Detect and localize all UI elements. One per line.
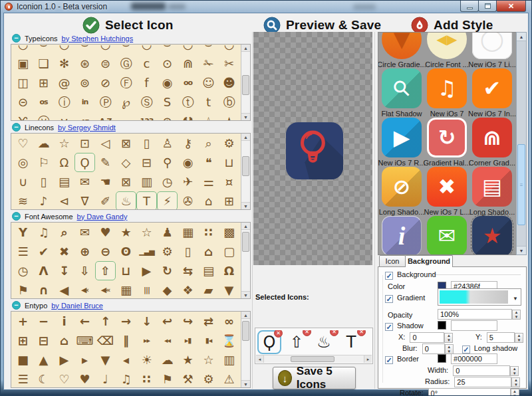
style-scrollbar[interactable]: ▲ ≡ ▼ [516,32,527,255]
icon-cell[interactable]: ≋ [13,191,33,210]
style-item[interactable]: ▼Circle Gradie... [379,32,424,68]
icon-cell[interactable]: t [198,92,219,112]
style-item[interactable]: ★ [469,216,515,255]
icon-cell[interactable]: ⓘ [54,92,74,112]
style-thumbnail[interactable]: ♫ [427,68,467,108]
style-thumbnail[interactable]: ★ [472,216,512,255]
style-thumbnail[interactable]: ↻ [427,118,467,157]
icon-set-author-link[interactable]: by Stephen Hutchings [62,35,134,43]
icon-cell[interactable]: − [33,312,54,331]
icon-cell[interactable]: ▩ [219,223,239,242]
icon-cell[interactable]: Ⓕ [116,73,136,92]
icon-cell[interactable]: ⚌ [198,172,219,191]
icon-cell[interactable]: ⊘ [95,73,116,92]
shadow-y-spinner[interactable]: ▲▼ [515,333,523,343]
remove-icon-button[interactable]: ✕ [330,330,338,336]
icon-cell[interactable]: ☁ [157,350,178,369]
icon-cell[interactable]: ☆ [54,134,74,153]
icon-cell[interactable]: ⇩ [74,261,95,280]
style-thumbnail[interactable]: ◯ [472,32,512,59]
icon-cell[interactable]: ♥ [74,369,95,388]
icon-cell[interactable]: ☀ [136,350,157,369]
icon-cell[interactable]: ⚒ [178,369,198,388]
icon-cell[interactable]: ∷ [198,223,219,242]
icon-cell[interactable]: ∷ [136,369,157,388]
icon-cell[interactable]: ⊕ [74,242,95,261]
icon-cell[interactable]: ⚑ [13,280,33,299]
icon-cell[interactable]: ⚡ [157,191,178,210]
scroll-down-arrow[interactable]: ▼ [241,113,250,120]
opacity-field[interactable]: 100% [438,309,512,320]
icon-cell[interactable]: ▦ [178,223,198,242]
icon-cell[interactable]: ▣ [13,54,33,73]
style-item[interactable]: ✉ [424,216,469,255]
style-item[interactable]: ⋒Corner Grad... [469,118,515,167]
selected-icon[interactable]: Ϙ✕ [257,330,281,354]
icon-cell[interactable]: ▸▸ [136,331,157,350]
icon-cell[interactable]: T [136,191,157,210]
icon-cell[interactable]: ʘ [116,242,136,261]
scroll-up-arrow[interactable]: ▲ [241,45,250,52]
scroll-up-arrow[interactable]: ▲ [241,312,250,319]
icon-cell[interactable]: ♡ [54,369,74,388]
icon-cell[interactable]: ⌨ [74,331,95,350]
style-item[interactable]: ⚲Flat Shadow [379,68,424,118]
icon-cell[interactable]: ∞ [219,312,239,331]
style-thumbnail[interactable]: ✉ [427,216,467,255]
icon-cell[interactable]: ▤ [54,172,74,191]
icon-cell[interactable]: ▥ [219,350,239,369]
icon-cell[interactable]: ▦ [116,280,136,299]
grid-scrollbar[interactable]: ▲▼ [241,312,250,387]
icon-cell[interactable]: ◡ [54,44,74,54]
icon-cell[interactable]: ⊝ [13,92,33,112]
icon-cell[interactable]: S [157,92,178,112]
icon-cell[interactable]: ⊡ [74,134,95,153]
icon-cell[interactable]: ⚒ [178,112,198,121]
scroll-thumb[interactable] [242,232,249,252]
blur-spinner[interactable]: ▲▼ [445,344,454,354]
icon-cell[interactable]: Λ [33,261,54,280]
border-width-spinner[interactable]: ▲▼ [510,366,519,376]
icon-cell[interactable]: ▲ [33,350,54,369]
icon-cell[interactable]: ✂ [219,54,239,73]
icon-cell[interactable]: v [54,112,74,121]
icon-cell[interactable]: ★ [116,223,136,242]
icon-cell[interactable]: ⌣ [157,44,178,54]
icon-cell[interactable]: ◀‹ [74,280,95,299]
icon-cell[interactable]: ☁ [33,134,54,153]
icon-cell[interactable]: ■ [13,350,33,369]
icon-cell[interactable]: ⊞ [219,191,239,210]
icon-cell[interactable]: ⌣ [74,44,95,54]
scroll-thumb[interactable] [242,156,249,176]
icon-cell[interactable]: + [13,312,33,331]
style-item[interactable]: ▶New iOs 7 R... [379,118,424,167]
icon-cell[interactable]: A-Z [95,112,116,121]
icon-cell[interactable]: ⊙ [157,54,178,73]
icon-cell[interactable]: ☻ [219,73,239,92]
icon-cell[interactable]: @ [54,73,74,92]
icon-cell[interactable]: ◡ [13,44,33,54]
grid-scrollbar[interactable]: ▲▼ [241,45,250,120]
icon-cell[interactable]: ₁₂₃ [116,112,136,121]
icon-cell[interactable]: i [54,312,74,331]
icon-cell[interactable]: ◎ [13,153,33,172]
icon-cell[interactable]: ⚙ [198,369,219,388]
icon-cell[interactable]: ▥ [136,172,157,191]
icon-cell[interactable]: ♩ [95,369,116,388]
scroll-down-arrow[interactable]: ▼ [241,291,250,298]
scroll-right-arrow[interactable]: ▸ [364,355,372,363]
icon-cell[interactable]: ⚙ [219,134,239,153]
icon-cell[interactable]: ◫ [13,73,33,92]
icon-cell[interactable]: ▰ [198,280,219,299]
strip-scrollbar[interactable]: ◂ ▸ [256,355,372,363]
icon-cell[interactable]: ⋒ [178,54,198,73]
icon-cell[interactable]: ▢ [219,242,239,261]
icon-cell[interactable]: ❖ [178,280,198,299]
icon-cell[interactable]: ⊔ [219,153,239,172]
icon-cell[interactable]: ▶ [54,350,74,369]
icon-cell[interactable]: ⊛ [74,54,95,73]
selected-icon[interactable]: ⇧✕ [285,330,309,354]
style-item[interactable]: ▤Long Shado... [469,167,515,216]
icon-cell[interactable]: ⊟ [33,331,54,350]
minimize-button[interactable] [460,1,479,12]
